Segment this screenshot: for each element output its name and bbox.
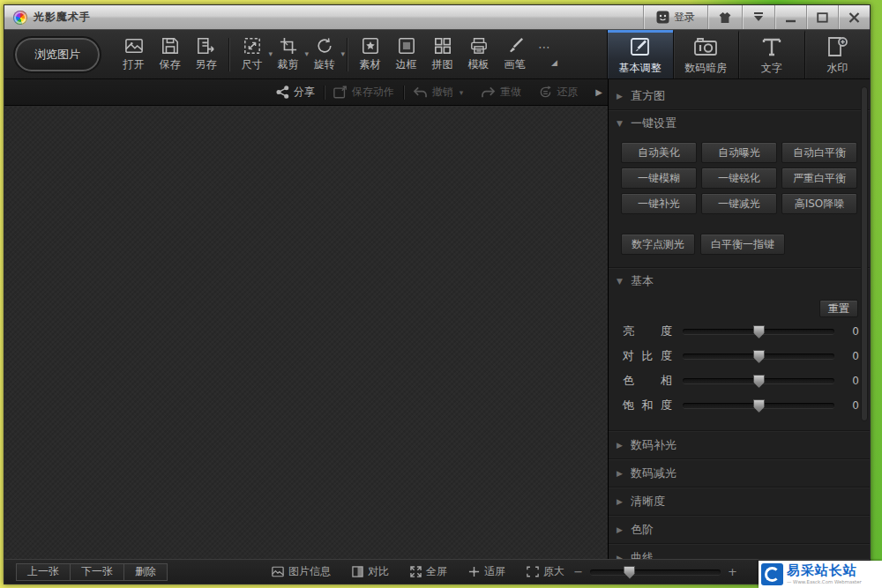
share-button[interactable]: 分享	[267, 85, 324, 100]
toolbar-brush-button[interactable]: 画笔	[497, 37, 533, 72]
undo-icon	[413, 86, 428, 99]
next-image-button[interactable]: 下一张	[70, 563, 124, 581]
browse-images-button[interactable]: 浏览图片	[15, 38, 100, 71]
toolbar-crop-button[interactable]: 裁剪 ▾	[270, 37, 306, 72]
zoom-slider[interactable]	[590, 565, 721, 579]
toolbar-crop-label: 裁剪	[278, 57, 299, 72]
one-key-dim-light-button[interactable]: 一键减光	[701, 193, 777, 214]
zoom-slider-track[interactable]	[590, 569, 721, 575]
save-action-button[interactable]: 保存动作	[325, 85, 403, 100]
auto-white-balance-button[interactable]: 自动白平衡	[781, 142, 857, 163]
corner-triangle-icon: ◢	[551, 58, 557, 67]
saturation-slider-handle[interactable]	[753, 399, 765, 413]
tab-basic-adjust[interactable]: 基本调整	[608, 30, 673, 78]
section-basic[interactable]: ▼ 基本	[609, 268, 870, 294]
high-iso-denoise-button[interactable]: 高ISO降噪	[781, 193, 857, 214]
saturation-value: 0	[843, 399, 859, 412]
toolbar-rotate-label: 旋转	[314, 57, 335, 72]
collapse-button[interactable]	[742, 5, 774, 29]
collapsed-sections: ▶ 数码补光 ▶ 数码减光 ▶ 清晰度 ▶ 色阶	[609, 430, 870, 559]
app-title: 光影魔术手	[34, 10, 91, 25]
zoom-in-button[interactable]: +	[728, 565, 737, 578]
toolbar-open-button[interactable]: 打开	[116, 37, 152, 72]
toolbar-material-label: 素材	[360, 57, 381, 72]
login-button[interactable]: 登录	[643, 5, 707, 29]
tab-darkroom[interactable]: 数码暗房	[673, 30, 739, 78]
contrast-slider-handle[interactable]	[753, 350, 765, 363]
crop-icon	[280, 37, 297, 55]
contrast-label: 对比度	[623, 348, 672, 364]
section-fill-light-label: 数码补光	[631, 437, 676, 453]
section-curves[interactable]: ▶ 曲线	[609, 544, 870, 559]
severe-white-balance-button[interactable]: 严重白平衡	[781, 167, 857, 189]
compare-button[interactable]: 对比	[352, 564, 389, 579]
reset-button[interactable]: 重置	[819, 300, 858, 317]
chevron-down-icon[interactable]: ▾	[340, 49, 345, 58]
toolbar-save-button[interactable]: 保存	[152, 37, 188, 72]
app-window: 光影魔术手 登录	[4, 4, 871, 584]
image-canvas[interactable]	[4, 106, 608, 559]
toolbar-rotate-button[interactable]: 旋转 ▾	[306, 37, 342, 72]
camera-icon	[693, 36, 718, 57]
frame-icon	[398, 37, 415, 55]
white-balance-one-touch-button[interactable]: 白平衡一指键	[700, 234, 785, 255]
delete-image-button[interactable]: 删除	[123, 563, 168, 581]
save-icon	[161, 37, 179, 55]
brightness-slider-handle[interactable]	[753, 325, 765, 339]
tab-text[interactable]: 文字	[738, 30, 804, 78]
tab-watermark[interactable]: 水印	[804, 30, 871, 78]
section-levels[interactable]: ▶ 色阶	[609, 516, 870, 543]
auto-exposure-button[interactable]: 自动曝光	[701, 142, 777, 163]
digital-spot-metering-button[interactable]: 数字点测光	[621, 234, 695, 255]
skin-button[interactable]	[707, 5, 742, 29]
toolbar-frame-button[interactable]: 边框	[388, 37, 424, 72]
section-reduce-light[interactable]: ▶ 数码减光	[609, 459, 870, 487]
zoom-out-button[interactable]: −	[573, 565, 583, 578]
toolbar-save-as-button[interactable]: 另存	[188, 37, 224, 72]
hue-slider-handle[interactable]	[753, 375, 765, 388]
section-fill-light[interactable]: ▶ 数码补光	[609, 431, 870, 458]
toolbar-material-button[interactable]: 素材	[352, 37, 388, 72]
auto-beautify-button[interactable]: 自动美化	[621, 142, 697, 163]
undo-button[interactable]: 撤销 ▾	[404, 85, 473, 100]
open-image-icon	[124, 37, 144, 55]
original-size-icon	[527, 566, 539, 577]
toolbar-template-button[interactable]: 模板	[460, 37, 497, 72]
sticker-star-icon	[362, 37, 379, 55]
collapse-chevron-icon	[752, 12, 765, 23]
image-info-icon	[272, 566, 284, 577]
hue-value: 0	[843, 375, 859, 387]
toolbar-collage-button[interactable]: 拼图	[424, 37, 460, 72]
one-key-fill-light-button[interactable]: 一键补光	[621, 193, 697, 214]
minimize-icon	[785, 12, 796, 23]
brightness-slider-row: 亮度 0	[609, 319, 870, 344]
original-size-button[interactable]: 原大	[527, 564, 564, 579]
fit-screen-button[interactable]: 适屏	[468, 564, 505, 579]
toolbar-more-button[interactable]: ⋯ ◢	[533, 42, 563, 67]
one-key-sharpen-button[interactable]: 一键锐化	[701, 167, 777, 189]
section-histogram[interactable]: ▶ 直方图	[609, 83, 870, 109]
save-action-icon	[333, 86, 348, 99]
template-icon	[470, 37, 488, 55]
chevron-right-icon: ▶	[617, 554, 623, 560]
toolbar-save-as-label: 另存	[196, 57, 217, 72]
maximize-button[interactable]	[806, 5, 838, 29]
image-info-button[interactable]: 图片信息	[272, 564, 331, 579]
fullscreen-button[interactable]: 全屏	[410, 564, 447, 579]
brightness-value: 0	[843, 325, 859, 338]
close-button[interactable]	[838, 5, 870, 29]
restore-button[interactable]: 还原	[530, 85, 587, 100]
section-reduce-light-label: 数码减光	[631, 465, 676, 481]
panel-scrollbar-thumb[interactable]	[861, 86, 868, 421]
minimize-button[interactable]	[774, 5, 806, 29]
actionbar-overflow-arrow[interactable]: ▶	[587, 87, 606, 97]
one-key-blur-button[interactable]: 一键模糊	[621, 167, 697, 189]
prev-image-button[interactable]: 上一张	[16, 563, 71, 581]
section-clarity[interactable]: ▶ 清晰度	[609, 488, 870, 515]
toolbar-resize-button[interactable]: 尺寸 ▾	[234, 37, 270, 72]
panel-scrollbar[interactable]	[861, 85, 868, 554]
zoom-slider-handle[interactable]	[624, 566, 635, 579]
section-one-key[interactable]: ▼ 一键设置	[609, 110, 870, 137]
undo-dropdown-icon[interactable]: ▾	[460, 88, 464, 97]
redo-button[interactable]: 重做	[472, 85, 530, 100]
